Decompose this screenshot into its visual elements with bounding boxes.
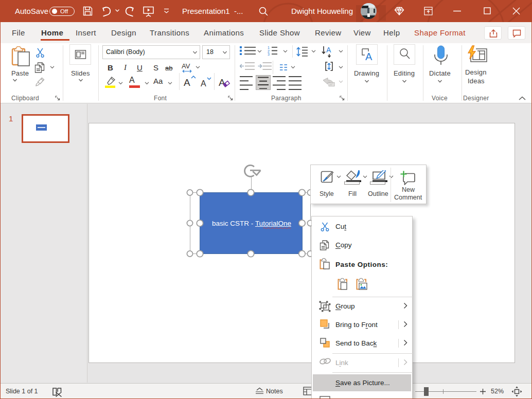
svg-text:A: A [201,79,206,88]
svg-text:A: A [365,51,373,61]
svg-text:3: 3 [268,52,270,56]
svg-text:A: A [326,46,331,54]
svg-text:A: A [184,77,190,88]
svg-text:AV: AV [182,63,190,70]
svg-text:A: A [219,77,225,88]
